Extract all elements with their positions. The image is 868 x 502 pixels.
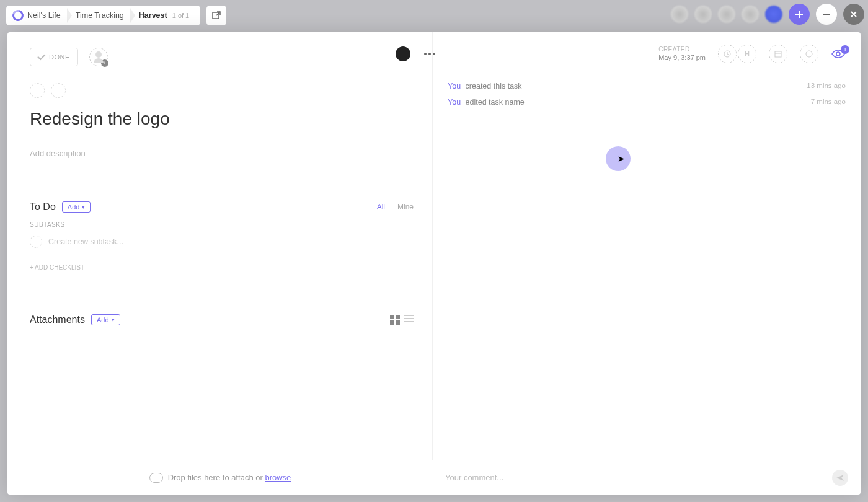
new-subtask-placeholder: Create new subtask...	[48, 237, 123, 246]
cloud-upload-icon	[149, 473, 163, 483]
add-tag-button[interactable]	[30, 83, 45, 98]
breadcrumb: Neil's Life Time Tracking Harvest 1 of 1	[6, 6, 200, 25]
activity-who[interactable]: You	[448, 98, 461, 107]
calendar-icon	[774, 50, 782, 58]
todo-section-header: To Do Add All Mine	[30, 201, 414, 213]
watchers-button[interactable]: 1	[831, 49, 846, 59]
svg-rect-2	[775, 51, 781, 57]
attachments-section: Attachments Add	[30, 314, 414, 325]
dependency-button[interactable]	[800, 45, 818, 63]
activity-entry: You created this task 13 mins ago	[448, 78, 846, 94]
tag-row	[30, 83, 414, 98]
minus-icon	[822, 10, 831, 19]
open-external-button[interactable]	[206, 6, 226, 25]
external-link-icon	[211, 11, 221, 20]
breadcrumb-list[interactable]: Harvest 1 of 1	[133, 6, 198, 25]
panel-footer: Drop files here to attach or browse Your…	[7, 460, 861, 495]
done-button[interactable]: DONE	[30, 48, 78, 66]
due-date-button[interactable]	[769, 45, 787, 63]
clickup-logo-icon	[11, 8, 26, 24]
plus-icon	[794, 9, 804, 19]
minimize-button[interactable]	[816, 4, 837, 25]
svg-point-3	[806, 51, 812, 57]
todo-filters: All Mine	[377, 203, 414, 211]
right-header: CREATED May 9, 3:37 pm 1	[433, 32, 861, 72]
breadcrumb-list-label: Harvest	[139, 11, 167, 20]
attachments-header: Attachments Add	[30, 314, 414, 325]
more-menu-button[interactable]	[420, 49, 439, 59]
filter-all[interactable]: All	[377, 203, 385, 211]
task-title[interactable]: Redesign the logo	[30, 109, 414, 129]
breadcrumb-space[interactable]: Neil's Life	[9, 6, 69, 25]
task-panel: DONE + Redesign the logo Add description…	[7, 32, 861, 495]
avatar[interactable]	[765, 6, 782, 23]
breadcrumb-folder[interactable]: Time Tracking	[69, 6, 133, 25]
footer-comment: Your comment...	[433, 460, 861, 495]
activity-what: edited task name	[466, 98, 525, 107]
list-view-button[interactable]	[404, 315, 414, 325]
description-input[interactable]: Add description	[30, 149, 414, 158]
attachments-heading: Attachments Add	[30, 314, 120, 325]
panel-body: DONE + Redesign the logo Add description…	[7, 32, 861, 460]
subtasks-label: SUBTASKS	[30, 221, 414, 228]
plus-badge-icon: +	[101, 59, 108, 67]
time-tracked-button[interactable]	[718, 45, 737, 63]
github-icon[interactable]	[396, 46, 410, 61]
attachments-heading-label: Attachments	[30, 314, 85, 325]
browse-link[interactable]: browse	[265, 473, 291, 482]
grid-view-button[interactable]	[390, 315, 400, 325]
done-label: DONE	[49, 53, 70, 61]
created-label: CREATED	[658, 45, 706, 53]
top-right-controls	[671, 4, 864, 25]
new-subtask-input[interactable]: Create new subtask...	[30, 236, 414, 248]
link-icon	[805, 50, 813, 58]
activity-entry: You edited task name 7 mins ago	[448, 94, 846, 110]
todo-heading-label: To Do	[30, 201, 56, 213]
add-priority-button[interactable]	[51, 83, 66, 98]
close-button[interactable]	[843, 4, 864, 25]
new-button[interactable]	[789, 4, 810, 25]
activity-what: created this task	[466, 82, 522, 90]
avatar[interactable]	[694, 6, 712, 23]
activity-who[interactable]: You	[448, 82, 461, 90]
breadcrumb-space-label: Neil's Life	[27, 11, 61, 20]
watchers-count: 1	[841, 45, 849, 54]
send-button[interactable]	[832, 470, 848, 486]
breadcrumb-position: 1 of 1	[172, 12, 190, 19]
activity-feed: You created this task 13 mins ago You ed…	[433, 72, 861, 117]
todo-add-button[interactable]: Add	[62, 201, 91, 213]
filter-mine[interactable]: Mine	[397, 203, 414, 211]
activity-when: 7 mins ago	[811, 98, 846, 107]
cursor-icon: ➤	[618, 154, 625, 164]
avatar[interactable]	[718, 6, 735, 23]
add-assignee-button[interactable]: +	[89, 48, 108, 66]
drop-text: Drop files here to attach or	[168, 473, 265, 482]
left-column: DONE + Redesign the logo Add description…	[7, 32, 433, 460]
send-icon	[836, 473, 844, 482]
created-block: CREATED May 9, 3:37 pm	[658, 45, 706, 62]
footer-dropzone[interactable]: Drop files here to attach or browse	[7, 460, 433, 495]
close-icon	[849, 10, 858, 19]
add-checklist-button[interactable]: + ADD CHECKLIST	[30, 264, 414, 271]
right-header-left	[396, 46, 439, 61]
avatar[interactable]	[742, 6, 759, 23]
activity-when: 13 mins ago	[807, 82, 846, 90]
todo-heading: To Do Add	[30, 201, 91, 213]
harvest-button[interactable]	[738, 45, 756, 63]
check-icon	[37, 52, 45, 60]
created-datetime: May 9, 3:37 pm	[658, 53, 706, 62]
breadcrumb-folder-label: Time Tracking	[76, 11, 124, 20]
svg-point-4	[836, 52, 840, 56]
right-column: CREATED May 9, 3:37 pm 1	[433, 32, 861, 460]
left-header: DONE +	[30, 42, 414, 72]
comment-input[interactable]: Your comment...	[445, 473, 825, 482]
subtask-status-icon	[30, 236, 42, 248]
attachments-view-toggle	[390, 315, 414, 325]
avatar[interactable]	[671, 6, 688, 23]
clock-icon	[723, 50, 732, 58]
attachments-add-button[interactable]: Add	[91, 314, 120, 325]
